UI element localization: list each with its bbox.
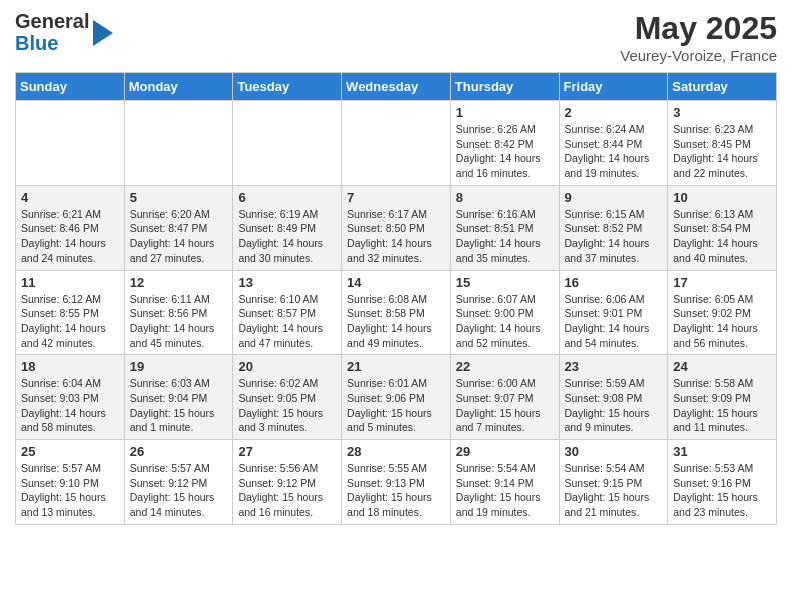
table-row: 12Sunrise: 6:11 AMSunset: 8:56 PMDayligh…: [124, 270, 233, 355]
day-info: Sunrise: 6:20 AMSunset: 8:47 PMDaylight:…: [130, 207, 228, 266]
table-row: 7Sunrise: 6:17 AMSunset: 8:50 PMDaylight…: [342, 185, 451, 270]
day-number: 30: [565, 444, 663, 459]
day-number: 4: [21, 190, 119, 205]
day-number: 1: [456, 105, 554, 120]
table-row: 6Sunrise: 6:19 AMSunset: 8:49 PMDaylight…: [233, 185, 342, 270]
day-info: Sunrise: 5:53 AMSunset: 9:16 PMDaylight:…: [673, 461, 771, 520]
logo-blue: Blue: [15, 32, 89, 54]
day-number: 19: [130, 359, 228, 374]
day-number: 22: [456, 359, 554, 374]
table-row: 22Sunrise: 6:00 AMSunset: 9:07 PMDayligh…: [450, 355, 559, 440]
col-wednesday: Wednesday: [342, 73, 451, 101]
day-number: 10: [673, 190, 771, 205]
day-info: Sunrise: 6:08 AMSunset: 8:58 PMDaylight:…: [347, 292, 445, 351]
logo-general: General: [15, 10, 89, 32]
day-info: Sunrise: 6:06 AMSunset: 9:01 PMDaylight:…: [565, 292, 663, 351]
col-friday: Friday: [559, 73, 668, 101]
calendar-table: Sunday Monday Tuesday Wednesday Thursday…: [15, 72, 777, 525]
day-info: Sunrise: 6:26 AMSunset: 8:42 PMDaylight:…: [456, 122, 554, 181]
col-thursday: Thursday: [450, 73, 559, 101]
day-info: Sunrise: 6:24 AMSunset: 8:44 PMDaylight:…: [565, 122, 663, 181]
table-row: 4Sunrise: 6:21 AMSunset: 8:46 PMDaylight…: [16, 185, 125, 270]
day-number: 13: [238, 275, 336, 290]
table-row: 30Sunrise: 5:54 AMSunset: 9:15 PMDayligh…: [559, 440, 668, 525]
day-number: 23: [565, 359, 663, 374]
table-row: 11Sunrise: 6:12 AMSunset: 8:55 PMDayligh…: [16, 270, 125, 355]
day-info: Sunrise: 6:02 AMSunset: 9:05 PMDaylight:…: [238, 376, 336, 435]
day-info: Sunrise: 5:57 AMSunset: 9:10 PMDaylight:…: [21, 461, 119, 520]
table-row: 19Sunrise: 6:03 AMSunset: 9:04 PMDayligh…: [124, 355, 233, 440]
day-number: 17: [673, 275, 771, 290]
day-number: 27: [238, 444, 336, 459]
day-number: 8: [456, 190, 554, 205]
day-info: Sunrise: 5:59 AMSunset: 9:08 PMDaylight:…: [565, 376, 663, 435]
table-row: 23Sunrise: 5:59 AMSunset: 9:08 PMDayligh…: [559, 355, 668, 440]
title-block: May 2025 Veurey-Voroize, France: [620, 10, 777, 64]
table-row: 31Sunrise: 5:53 AMSunset: 9:16 PMDayligh…: [668, 440, 777, 525]
table-row: 5Sunrise: 6:20 AMSunset: 8:47 PMDaylight…: [124, 185, 233, 270]
calendar-header-row: Sunday Monday Tuesday Wednesday Thursday…: [16, 73, 777, 101]
day-number: 9: [565, 190, 663, 205]
table-row: 26Sunrise: 5:57 AMSunset: 9:12 PMDayligh…: [124, 440, 233, 525]
table-row: 8Sunrise: 6:16 AMSunset: 8:51 PMDaylight…: [450, 185, 559, 270]
day-number: 14: [347, 275, 445, 290]
day-info: Sunrise: 6:17 AMSunset: 8:50 PMDaylight:…: [347, 207, 445, 266]
day-info: Sunrise: 5:54 AMSunset: 9:14 PMDaylight:…: [456, 461, 554, 520]
logo-arrow-icon: [93, 20, 113, 46]
day-info: Sunrise: 6:11 AMSunset: 8:56 PMDaylight:…: [130, 292, 228, 351]
day-info: Sunrise: 6:04 AMSunset: 9:03 PMDaylight:…: [21, 376, 119, 435]
table-row: 20Sunrise: 6:02 AMSunset: 9:05 PMDayligh…: [233, 355, 342, 440]
day-number: 31: [673, 444, 771, 459]
day-info: Sunrise: 6:16 AMSunset: 8:51 PMDaylight:…: [456, 207, 554, 266]
calendar-week-row: 1Sunrise: 6:26 AMSunset: 8:42 PMDaylight…: [16, 101, 777, 186]
day-number: 21: [347, 359, 445, 374]
day-number: 20: [238, 359, 336, 374]
table-row: 25Sunrise: 5:57 AMSunset: 9:10 PMDayligh…: [16, 440, 125, 525]
table-row: 2Sunrise: 6:24 AMSunset: 8:44 PMDaylight…: [559, 101, 668, 186]
day-info: Sunrise: 6:19 AMSunset: 8:49 PMDaylight:…: [238, 207, 336, 266]
day-info: Sunrise: 6:10 AMSunset: 8:57 PMDaylight:…: [238, 292, 336, 351]
day-number: 15: [456, 275, 554, 290]
table-row: 10Sunrise: 6:13 AMSunset: 8:54 PMDayligh…: [668, 185, 777, 270]
table-row: 27Sunrise: 5:56 AMSunset: 9:12 PMDayligh…: [233, 440, 342, 525]
table-row: 9Sunrise: 6:15 AMSunset: 8:52 PMDaylight…: [559, 185, 668, 270]
day-number: 6: [238, 190, 336, 205]
table-row: 14Sunrise: 6:08 AMSunset: 8:58 PMDayligh…: [342, 270, 451, 355]
table-row: 21Sunrise: 6:01 AMSunset: 9:06 PMDayligh…: [342, 355, 451, 440]
day-info: Sunrise: 5:54 AMSunset: 9:15 PMDaylight:…: [565, 461, 663, 520]
day-info: Sunrise: 6:03 AMSunset: 9:04 PMDaylight:…: [130, 376, 228, 435]
page: General Blue May 2025 Veurey-Voroize, Fr…: [0, 0, 792, 540]
day-info: Sunrise: 6:15 AMSunset: 8:52 PMDaylight:…: [565, 207, 663, 266]
day-number: 7: [347, 190, 445, 205]
calendar-week-row: 18Sunrise: 6:04 AMSunset: 9:03 PMDayligh…: [16, 355, 777, 440]
table-row: 29Sunrise: 5:54 AMSunset: 9:14 PMDayligh…: [450, 440, 559, 525]
day-info: Sunrise: 6:12 AMSunset: 8:55 PMDaylight:…: [21, 292, 119, 351]
day-info: Sunrise: 5:58 AMSunset: 9:09 PMDaylight:…: [673, 376, 771, 435]
logo-words: General Blue: [15, 10, 89, 54]
col-sunday: Sunday: [16, 73, 125, 101]
day-number: 25: [21, 444, 119, 459]
calendar-week-row: 25Sunrise: 5:57 AMSunset: 9:10 PMDayligh…: [16, 440, 777, 525]
logo-text-block: General Blue: [15, 10, 113, 54]
day-number: 5: [130, 190, 228, 205]
table-row: 1Sunrise: 6:26 AMSunset: 8:42 PMDaylight…: [450, 101, 559, 186]
day-number: 28: [347, 444, 445, 459]
table-row: [342, 101, 451, 186]
day-number: 3: [673, 105, 771, 120]
month-year: May 2025: [620, 10, 777, 47]
table-row: 17Sunrise: 6:05 AMSunset: 9:02 PMDayligh…: [668, 270, 777, 355]
table-row: [16, 101, 125, 186]
day-info: Sunrise: 6:21 AMSunset: 8:46 PMDaylight:…: [21, 207, 119, 266]
day-info: Sunrise: 6:01 AMSunset: 9:06 PMDaylight:…: [347, 376, 445, 435]
logo: General Blue: [15, 10, 113, 54]
col-saturday: Saturday: [668, 73, 777, 101]
day-info: Sunrise: 5:55 AMSunset: 9:13 PMDaylight:…: [347, 461, 445, 520]
table-row: 24Sunrise: 5:58 AMSunset: 9:09 PMDayligh…: [668, 355, 777, 440]
day-number: 11: [21, 275, 119, 290]
table-row: 18Sunrise: 6:04 AMSunset: 9:03 PMDayligh…: [16, 355, 125, 440]
day-number: 18: [21, 359, 119, 374]
day-info: Sunrise: 5:56 AMSunset: 9:12 PMDaylight:…: [238, 461, 336, 520]
day-number: 12: [130, 275, 228, 290]
table-row: 13Sunrise: 6:10 AMSunset: 8:57 PMDayligh…: [233, 270, 342, 355]
day-number: 24: [673, 359, 771, 374]
